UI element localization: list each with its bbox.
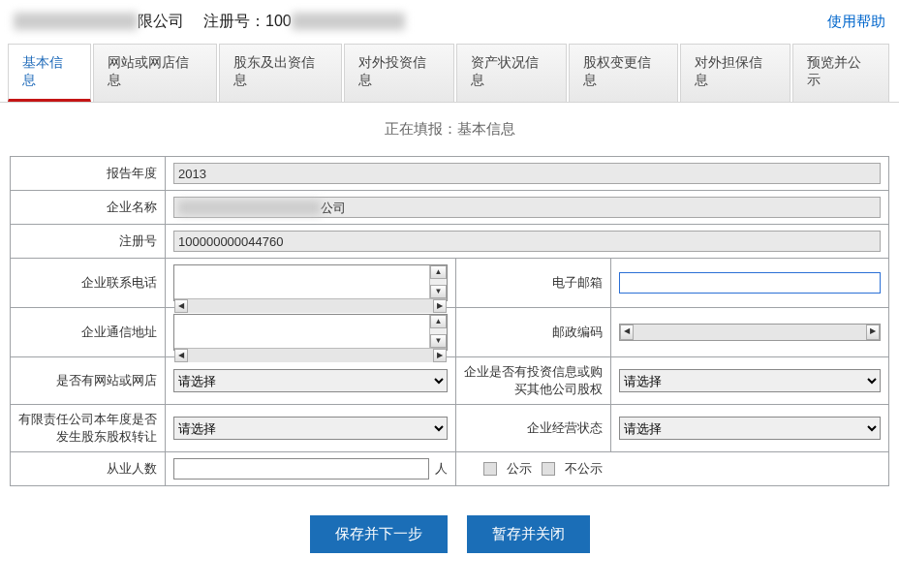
label-operating-status: 企业经营状态	[456, 405, 611, 452]
label-report-year: 报告年度	[11, 157, 166, 191]
tab-investment-info[interactable]: 对外投资信息	[344, 44, 454, 102]
company-name-redacted: XXXXXXXXXXXX	[14, 13, 138, 30]
scroll-right-icon[interactable]: ▶	[866, 325, 880, 340]
report-year-field	[173, 163, 881, 184]
label-has-website: 是否有网站或网店	[11, 357, 166, 405]
publish-no-label: 不公示	[565, 460, 603, 478]
publish-no-checkbox[interactable]	[542, 462, 555, 476]
scroll-up-icon[interactable]: ▲	[430, 265, 447, 279]
tab-basic-info[interactable]: 基本信息	[8, 44, 91, 102]
scroll-left-icon[interactable]: ◀	[174, 299, 188, 313]
has-investment-select[interactable]: 请选择	[619, 369, 881, 392]
reg-redacted: XXXXXXXXXXX	[292, 13, 405, 30]
save-close-button[interactable]: 暂存并关闭	[467, 515, 590, 553]
label-phone: 企业联系电话	[11, 259, 166, 308]
tab-preview-publish[interactable]: 预览并公示	[792, 44, 889, 102]
scroll-left-icon[interactable]: ◀	[620, 325, 634, 340]
scroll-right-icon[interactable]: ▶	[433, 349, 447, 362]
postal-hscroll[interactable]: ◀ ▶	[619, 324, 881, 341]
label-company-name: 企业名称	[11, 191, 166, 225]
has-website-select[interactable]: 请选择	[173, 369, 448, 392]
phone-input[interactable]	[174, 265, 429, 298]
label-has-investment: 企业是否有投资信息或购买其他公司股权	[456, 357, 611, 405]
label-employees: 从业人数	[11, 452, 166, 486]
scroll-down-icon[interactable]: ▼	[430, 334, 447, 348]
save-next-button[interactable]: 保存并下一步	[310, 515, 448, 553]
address-vscroll[interactable]: ▲ ▼	[429, 315, 447, 348]
section-heading: 正在填报：基本信息	[0, 103, 899, 156]
tab-assets-info[interactable]: 资产状况信息	[456, 44, 567, 102]
tab-guarantee-info[interactable]: 对外担保信息	[680, 44, 790, 102]
label-reg-no: 注册号	[11, 225, 166, 259]
address-input[interactable]	[174, 315, 429, 348]
scroll-left-icon[interactable]: ◀	[174, 349, 188, 362]
email-input[interactable]	[619, 272, 881, 294]
form-table: 报告年度 企业名称 XXXXXXXXXXXXXXXXX公司 注册号 企业联系电话…	[10, 156, 889, 486]
company-info: XXXXXXXXXXXX限公司 注册号：100XXXXXXXXXXX	[14, 12, 808, 32]
label-email: 电子邮箱	[456, 259, 611, 308]
employees-input[interactable]	[173, 458, 429, 480]
publish-yes-label: 公示	[507, 460, 532, 478]
label-equity-transfer: 有限责任公司本年度是否发生股东股权转让	[11, 405, 166, 452]
address-input-box: ▲ ▼ ◀ ▶	[173, 314, 448, 351]
company-name-field: XXXXXXXXXXXXXXXXX公司	[173, 197, 881, 218]
header-bar: XXXXXXXXXXXX限公司 注册号：100XXXXXXXXXXX 使用帮助	[0, 0, 899, 44]
address-hscroll[interactable]: ◀ ▶	[174, 348, 447, 362]
company-name: XXXXXXXXXXXX限公司	[14, 12, 184, 32]
employees-suffix: 人	[435, 460, 448, 478]
label-address: 企业通信地址	[11, 308, 166, 357]
scroll-up-icon[interactable]: ▲	[430, 315, 447, 328]
publish-yes-checkbox[interactable]	[483, 462, 497, 476]
registration-number: 注册号：100XXXXXXXXXXX	[203, 12, 405, 32]
button-row: 保存并下一步 暂存并关闭	[0, 486, 899, 576]
operating-status-select[interactable]: 请选择	[619, 417, 881, 440]
help-link[interactable]: 使用帮助	[827, 13, 885, 31]
tab-shareholder-info[interactable]: 股东及出资信息	[219, 44, 343, 102]
scroll-down-icon[interactable]: ▼	[430, 285, 447, 298]
label-postal: 邮政编码	[456, 308, 611, 357]
tab-equity-change[interactable]: 股权变更信息	[569, 44, 679, 102]
scroll-right-icon[interactable]: ▶	[433, 299, 447, 313]
phone-input-box: ▲ ▼ ◀ ▶	[173, 264, 448, 301]
equity-transfer-select[interactable]: 请选择	[173, 417, 448, 440]
reg-no-field	[173, 231, 881, 252]
phone-hscroll[interactable]: ◀ ▶	[174, 298, 447, 313]
phone-vscroll[interactable]: ▲ ▼	[429, 265, 447, 298]
tabs-container: 基本信息 网站或网店信息 股东及出资信息 对外投资信息 资产状况信息 股权变更信…	[0, 44, 899, 103]
tab-website-info[interactable]: 网站或网店信息	[93, 44, 217, 102]
publish-options: 公示 不公示	[464, 460, 881, 478]
